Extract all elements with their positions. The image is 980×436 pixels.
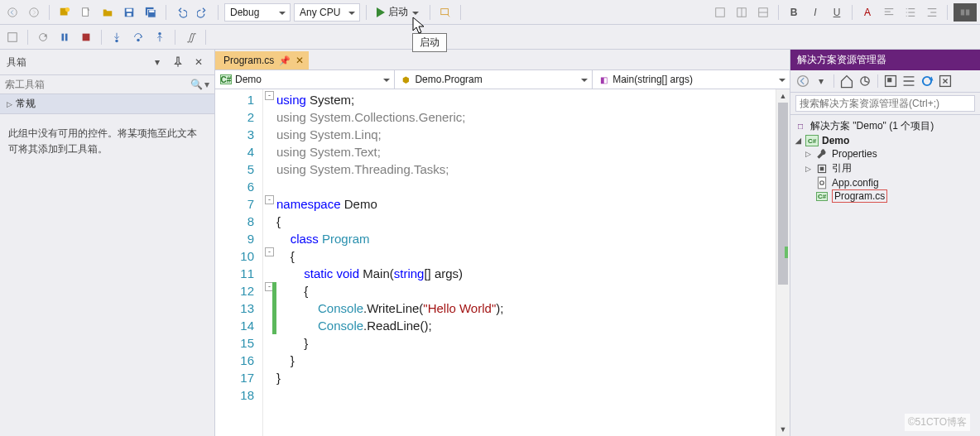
scroll-down-icon[interactable]: ▼: [776, 423, 790, 436]
bold-icon[interactable]: B: [785, 3, 803, 22]
main-area: 具箱 ▾ ✕ 🔍▾ 常规 此组中没有可用的控件。将某项拖至此文本可将其添加到工具…: [0, 50, 980, 436]
play-icon: [377, 7, 385, 17]
se-showall-icon[interactable]: [883, 74, 898, 89]
list-icon[interactable]: [901, 3, 920, 22]
redo-icon[interactable]: [194, 3, 212, 22]
class-icon: ⬢: [400, 74, 411, 84]
stop-icon[interactable]: [77, 28, 95, 46]
tree-item[interactable]: C#Program.cs: [792, 189, 978, 203]
toolbox-search[interactable]: 🔍▾: [0, 75, 214, 94]
svg-point-1: [30, 7, 39, 17]
tab-strip: Program.cs 📌 ✕: [215, 50, 790, 69]
toolbox-search-input[interactable]: [5, 79, 190, 90]
tab-close-icon[interactable]: ✕: [295, 55, 304, 66]
chevron-right-icon[interactable]: ▷: [804, 150, 812, 158]
tree-item-label: Properties: [832, 148, 877, 160]
nav-fwd-icon[interactable]: [25, 3, 43, 22]
hex-icon[interactable]: ∬: [181, 28, 199, 46]
scroll-marker: [785, 247, 788, 258]
pin-icon[interactable]: [169, 53, 187, 71]
svg-rect-33: [820, 166, 824, 170]
dropdown-icon[interactable]: ▾: [148, 53, 166, 71]
tree-item[interactable]: App.config: [792, 176, 978, 189]
se-collapse-icon[interactable]: [901, 74, 916, 89]
align-icon[interactable]: [880, 3, 898, 22]
svg-rect-34: [818, 177, 825, 189]
se-back-icon[interactable]: [795, 74, 810, 89]
save-all-icon[interactable]: [142, 3, 160, 22]
window-split-2-icon[interactable]: [733, 3, 751, 22]
editor-tab[interactable]: Program.cs 📌 ✕: [215, 51, 309, 69]
code-editor[interactable]: 123456789101112131415161718 ---- using S…: [215, 89, 790, 436]
watermark: ©51CTO博客: [905, 414, 970, 431]
solution-explorer-title: 解决方案资源管理器: [790, 50, 980, 70]
se-sync-icon[interactable]: [858, 74, 872, 89]
se-refresh-icon[interactable]: [920, 74, 934, 89]
tree-item-label: Program.cs: [832, 190, 887, 202]
toolbox-title-bar: 具箱 ▾ ✕: [0, 50, 214, 75]
tab-pin-icon[interactable]: 📌: [279, 55, 291, 66]
close-icon[interactable]: ✕: [190, 53, 208, 71]
restart-icon[interactable]: [34, 28, 52, 46]
pause-icon[interactable]: [55, 28, 74, 46]
svg-rect-21: [62, 33, 65, 41]
se-home-icon[interactable]: [839, 74, 854, 89]
add-item-icon[interactable]: [77, 3, 95, 22]
tree-item-icon: C#: [815, 190, 829, 202]
fold-toggle-icon[interactable]: -: [265, 195, 274, 204]
platform-dropdown[interactable]: Any CPU: [294, 3, 360, 22]
nav-back-icon[interactable]: [3, 3, 22, 22]
indent-icon[interactable]: [923, 3, 941, 22]
chevron-down-icon[interactable]: ◢: [794, 137, 802, 145]
window-split-3-icon[interactable]: [754, 3, 772, 22]
svg-point-0: [8, 7, 17, 17]
svg-point-25: [137, 38, 140, 41]
fold-toggle-icon[interactable]: -: [265, 91, 274, 100]
csharp-project-icon: C#: [805, 135, 819, 146]
step-into-icon[interactable]: [108, 28, 126, 46]
solution-toolbar: ▾: [790, 70, 980, 92]
toolbox-category[interactable]: 常规: [0, 94, 214, 114]
editor-column: Program.cs 📌 ✕ C# Demo ⬢ Demo.Program ◧ …: [215, 50, 790, 436]
open-file-icon[interactable]: [98, 3, 117, 22]
tab-label: Program.cs: [223, 55, 274, 66]
window-split-1-icon[interactable]: [711, 3, 729, 22]
nav-bar: C# Demo ⬢ Demo.Program ◧ Main(string[] a…: [215, 69, 790, 89]
method-icon: ◧: [598, 74, 609, 84]
solution-search-input[interactable]: [795, 95, 975, 112]
underline-icon[interactable]: U: [828, 3, 846, 22]
undo-icon[interactable]: [172, 3, 190, 22]
code-text[interactable]: using System;using System.Collections.Ge…: [276, 89, 776, 436]
se-properties-icon[interactable]: [938, 74, 953, 89]
tree-item-icon: [815, 148, 829, 160]
se-dropdown-icon[interactable]: ▾: [814, 74, 829, 89]
nav-class-dropdown[interactable]: ⬢ Demo.Program: [395, 70, 593, 89]
search-icon[interactable]: 🔍: [190, 79, 203, 90]
step-over-icon[interactable]: [129, 28, 147, 46]
nav-project-dropdown[interactable]: C# Demo: [215, 70, 395, 89]
italic-icon[interactable]: I: [806, 3, 824, 22]
new-project-icon[interactable]: [55, 3, 74, 22]
fold-toggle-icon[interactable]: -: [265, 247, 274, 256]
step-out-icon[interactable]: [151, 28, 169, 46]
start-debug-button[interactable]: 启动: [372, 3, 424, 22]
tree-item[interactable]: ▷Properties: [792, 147, 978, 161]
nav-method-dropdown[interactable]: ◧ Main(string[] args): [593, 70, 790, 89]
save-icon[interactable]: [120, 3, 138, 22]
scroll-up-icon[interactable]: ▲: [776, 89, 790, 103]
configuration-dropdown[interactable]: Debug: [224, 3, 291, 22]
extensions-icon[interactable]: [954, 3, 977, 22]
browser-link-icon[interactable]: [436, 3, 454, 22]
vertical-scrollbar[interactable]: ▲ ▼: [776, 89, 790, 436]
tree-project[interactable]: ◢ C# Demo: [792, 134, 978, 147]
main-toolbar-2: ∬: [0, 25, 980, 50]
tree-item[interactable]: ▷引用: [792, 161, 978, 176]
font-color-icon[interactable]: A: [858, 3, 877, 22]
svg-rect-30: [887, 78, 891, 82]
process-icon[interactable]: [3, 28, 22, 46]
tree-solution-root[interactable]: □ 解决方案 "Demo" (1 个项目): [792, 118, 978, 134]
svg-rect-23: [83, 33, 90, 41]
solution-search[interactable]: [790, 92, 980, 115]
chevron-right-icon[interactable]: ▷: [804, 165, 812, 173]
start-tooltip: 启动: [412, 33, 447, 52]
